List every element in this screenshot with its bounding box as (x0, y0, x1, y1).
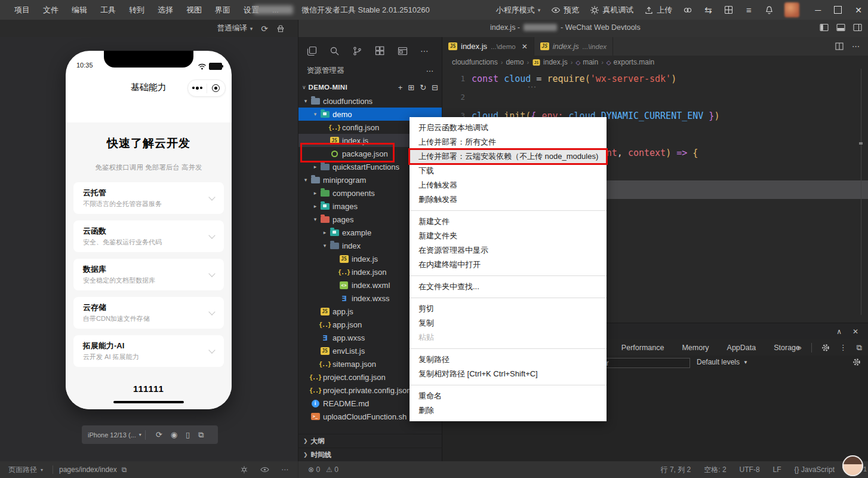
context-menu-item[interactable]: 下载 (410, 164, 607, 178)
user-avatar-small[interactable] (842, 455, 863, 476)
problems-indicator[interactable]: ⊗ 0 ⚠ 0 (308, 465, 338, 474)
miniprogram-capsule[interactable] (187, 79, 226, 97)
chevron-down-icon[interactable]: ▾ (302, 98, 309, 104)
maximize-button[interactable] (834, 6, 842, 14)
context-menu-item[interactable]: 删除 (410, 403, 607, 418)
popout-icon[interactable]: ⧉ (857, 343, 862, 353)
kebab-menu-icon[interactable]: ⋮ (839, 343, 847, 352)
devtools-tab-Storage[interactable]: Storage (774, 344, 800, 352)
menubar-item-工具[interactable]: 工具 (94, 3, 122, 17)
chevron-right-icon[interactable]: ▸ (312, 203, 319, 209)
explorer-more-icon[interactable]: ⋯ (426, 66, 434, 75)
timeline-section[interactable]: ❯时间线 (298, 448, 442, 461)
breadcrumb-item-cloudfunctions[interactable]: cloudfunctions (452, 58, 498, 66)
close-capsule-icon[interactable] (207, 84, 226, 92)
scrollbar[interactable] (861, 69, 861, 315)
eol[interactable]: LF (773, 465, 781, 474)
breadcrumb-item-demo[interactable]: demo (506, 58, 524, 66)
minimize-button[interactable]: ─ (815, 5, 821, 15)
indentation[interactable]: 空格: 2 (704, 465, 726, 475)
vconsole-bug-icon[interactable] (240, 465, 248, 474)
copy-path-icon[interactable]: ⧉ (122, 465, 127, 474)
context-menu-item[interactable]: 剪切 (410, 302, 607, 316)
more-icon[interactable]: ⋯ (281, 465, 288, 474)
context-menu-item[interactable]: 在文件夹中查找... (410, 280, 607, 294)
collapse-panel-icon[interactable]: ∧ (836, 327, 842, 336)
menubar-item-选择[interactable]: 选择 (152, 3, 179, 17)
outline-section[interactable]: ❯大纲 (298, 434, 442, 448)
devtools-tab-Memory[interactable]: Memory (682, 344, 709, 352)
context-menu-item[interactable]: 上传并部署：所有文件 (410, 135, 607, 149)
chevron-down-icon[interactable]: ▾ (139, 432, 141, 437)
compare-arrows-icon[interactable]: ⇆ (703, 5, 713, 15)
files-icon[interactable] (307, 46, 317, 56)
context-menu-item[interactable]: 上传并部署：云端安装依赖（不上传 node_modules) (410, 149, 607, 164)
breadcrumb-item-exports.main[interactable]: ◇exports.main (607, 58, 654, 66)
console-settings-icon[interactable] (852, 358, 861, 366)
extensions-icon[interactable] (375, 46, 385, 56)
devtools-tab-Performance[interactable]: Performance (621, 344, 664, 352)
cursor-position[interactable]: 行 7, 列 2 (661, 465, 691, 475)
tab-close-icon[interactable]: ✕ (522, 42, 528, 51)
toggle-right-panel-icon[interactable] (853, 23, 862, 32)
context-menu-item[interactable]: 复制 (410, 316, 607, 330)
phone-rotate-icon[interactable]: ▯ (186, 430, 190, 439)
more-tabs-icon[interactable]: » (797, 343, 801, 352)
context-menu-item[interactable]: 开启云函数本地调试 (410, 121, 607, 135)
devtools-settings-icon[interactable] (821, 344, 830, 352)
grid-layout-icon[interactable] (724, 5, 733, 15)
context-menu-item[interactable]: 在内建终端中打开 (410, 258, 607, 272)
visibility-icon[interactable] (260, 466, 269, 473)
source-control-icon[interactable] (352, 46, 362, 56)
project-header[interactable]: ∨ DEMO-MINI + ⊞ ↻ ⊟ (298, 80, 442, 94)
split-editor-icon[interactable] (835, 42, 844, 50)
capability-card[interactable]: 云托管不限语言的全托管容器服务 (73, 182, 224, 214)
compile-refresh-icon[interactable]: ⟳ (261, 24, 268, 33)
preview-button[interactable]: 预览 (551, 5, 579, 16)
context-menu-item[interactable]: 在资源管理器中显示 (410, 243, 607, 258)
page-path-value[interactable]: pages/index/index (59, 465, 117, 474)
language-mode[interactable]: JavaScript (801, 465, 835, 474)
context-menu-item[interactable]: 新建文件 (410, 215, 607, 229)
context-menu-item[interactable]: 删除触发器 (410, 192, 607, 207)
chevron-right-icon[interactable]: ▸ (312, 164, 319, 170)
context-menu-item[interactable]: 上传触发器 (410, 178, 607, 192)
search-icon[interactable] (330, 46, 340, 56)
chevron-right-icon[interactable]: ▸ (312, 190, 319, 196)
hamburger-menu-icon[interactable]: ≡ (744, 5, 753, 15)
menubar-item-项目[interactable]: 项目 (8, 3, 36, 17)
breadcrumb-item-main[interactable]: ◇main (575, 58, 598, 66)
capability-card[interactable]: 拓展能力-AI云开发 AI 拓展能力 (73, 335, 224, 367)
tab-more-icon[interactable]: ⋯ (852, 42, 860, 51)
chevron-down-icon[interactable]: ▾ (312, 216, 319, 222)
toggle-bottom-panel-icon[interactable] (836, 23, 845, 32)
stop-icon[interactable]: ◉ (171, 430, 177, 439)
cloud-rings-icon[interactable] (683, 5, 692, 15)
restart-icon[interactable]: ⟳ (156, 430, 162, 439)
encoding[interactable]: UTF-8 (740, 465, 760, 474)
chevron-down-icon[interactable]: ▾ (312, 111, 319, 117)
context-menu-item[interactable]: 复制路径 (410, 353, 607, 367)
clear-cache-icon[interactable] (276, 24, 285, 33)
capability-card[interactable]: 数据库安全稳定的文档型数据库 (73, 259, 224, 290)
menubar-item-视图[interactable]: 视图 (180, 3, 208, 17)
editor-tab-index.js[interactable]: JSindex.js ...\demo✕ (442, 37, 534, 56)
context-menu-item[interactable]: 复制相对路径 [Ctrl+K Ctrl+Shift+C] (410, 367, 607, 381)
toggle-left-panel-icon[interactable] (820, 23, 829, 32)
chevron-down-icon[interactable]: ▾ (302, 177, 309, 183)
collapse-all-icon[interactable]: ⊟ (432, 83, 438, 92)
mode-selector[interactable]: 小程序模式▾ (496, 5, 541, 16)
capability-card[interactable]: 云存储自带CDN加速文件存储 (73, 297, 224, 329)
tree-item-cloudfunctions[interactable]: ▾cloudfunctions (298, 94, 442, 108)
menubar-item-转到[interactable]: 转到 (123, 3, 150, 17)
context-menu-item[interactable]: 重命名 (410, 389, 607, 403)
close-button[interactable]: ✕ (855, 5, 862, 15)
menubar-item-编辑[interactable]: 编辑 (66, 3, 93, 17)
device-debug-button[interactable]: 真机调试 (590, 5, 633, 16)
phone-simulator[interactable]: 10:35 基础能力 快速了解云开发 免鉴权接口调用 免部署后台 高并发 云托管… (66, 51, 232, 409)
more-options-icon[interactable] (188, 87, 207, 90)
menubar-item-界面[interactable]: 界面 (209, 3, 236, 17)
new-folder-icon[interactable]: ⊞ (408, 83, 414, 92)
chevron-right-icon[interactable]: ▸ (321, 229, 328, 235)
close-panel-icon[interactable]: ✕ (852, 327, 858, 336)
